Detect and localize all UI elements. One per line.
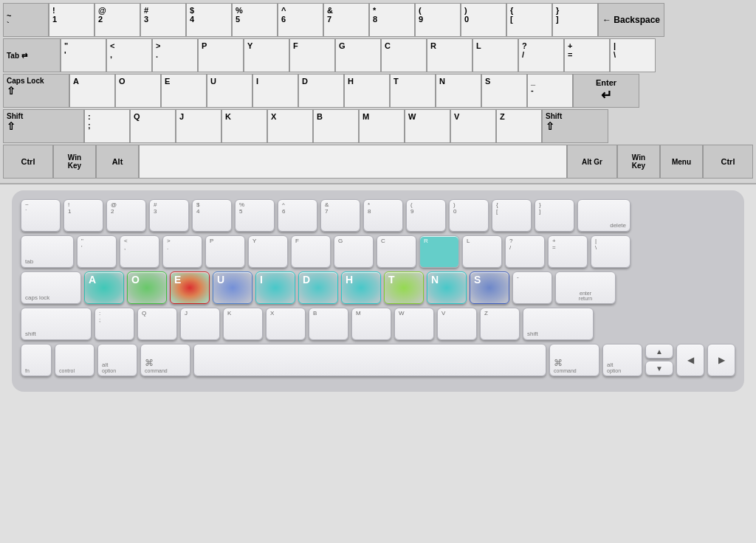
mac-key-lbracket[interactable]: {[ — [492, 199, 532, 232]
key-equals[interactable]: += — [564, 38, 610, 72]
key-semicolon[interactable]: :; — [84, 109, 130, 143]
key-9[interactable]: (9 — [415, 3, 461, 37]
mac-key-l[interactable]: L — [462, 235, 502, 268]
mac-key-rbracket[interactable]: }] — [535, 199, 574, 232]
key-tab[interactable]: Tab ⇄ — [3, 38, 61, 72]
key-space[interactable] — [139, 145, 567, 179]
mac-key-7[interactable]: &7 — [320, 199, 360, 232]
mac-key-option-left[interactable]: alt option — [97, 344, 137, 376]
mac-key-m[interactable]: M — [351, 308, 391, 340]
mac-key-0[interactable]: )0 — [449, 199, 489, 232]
key-lt[interactable]: <, — [106, 38, 152, 72]
mac-key-arrow-up[interactable]: ▲ — [645, 344, 673, 359]
mac-key-caps[interactable]: caps lock — [21, 272, 81, 304]
key-altgr[interactable]: Alt Gr — [567, 145, 617, 179]
mac-key-fn[interactable]: fn — [21, 344, 52, 376]
key-t[interactable]: T — [390, 74, 436, 108]
mac-key-1[interactable]: !1 — [63, 199, 103, 232]
key-menu[interactable]: Menu — [660, 145, 703, 179]
mac-key-r[interactable]: R — [419, 235, 459, 268]
key-capslock[interactable]: Caps Lock ⇧ — [3, 74, 69, 108]
key-h[interactable]: H — [344, 74, 390, 108]
key-3[interactable]: #3 — [140, 3, 186, 37]
mac-key-o[interactable]: O — [127, 272, 167, 304]
mac-key-w[interactable]: W — [394, 308, 434, 340]
mac-key-3[interactable]: #3 — [149, 199, 189, 232]
mac-key-y[interactable]: Y — [248, 235, 288, 268]
mac-key-command-left[interactable]: ⌘ command — [140, 344, 190, 376]
mac-key-shift-right[interactable]: shift — [523, 308, 594, 340]
mac-key-g[interactable]: G — [334, 235, 374, 268]
mac-key-shift-left[interactable]: shift — [21, 308, 92, 340]
mac-key-b[interactable]: B — [309, 308, 348, 340]
mac-key-period[interactable]: >. — [162, 235, 202, 268]
key-r[interactable]: R — [427, 38, 472, 72]
mac-key-tilde[interactable]: ~` — [21, 199, 61, 232]
mac-key-pipe[interactable]: |\ — [591, 235, 630, 268]
key-b[interactable]: B — [313, 109, 359, 143]
key-ctrl-right[interactable]: Ctrl — [703, 145, 753, 179]
key-quote[interactable]: "' — [61, 38, 106, 72]
key-a[interactable]: A — [69, 74, 115, 108]
key-x[interactable]: X — [267, 109, 313, 143]
mac-key-quote[interactable]: "' — [77, 235, 117, 268]
mac-key-arrow-right[interactable]: ▶ — [707, 344, 735, 376]
mac-key-dash[interactable]: - — [512, 272, 552, 304]
key-z[interactable]: Z — [496, 109, 542, 143]
mac-key-k[interactable]: K — [223, 308, 263, 340]
key-win-left[interactable]: WinKey — [53, 145, 96, 179]
mac-key-n[interactable]: N — [427, 272, 467, 304]
mac-key-p[interactable]: P — [205, 235, 245, 268]
key-l[interactable]: L — [472, 38, 518, 72]
mac-key-equals[interactable]: += — [548, 235, 588, 268]
mac-key-control[interactable]: control — [55, 344, 94, 376]
mac-key-delete[interactable]: delete — [577, 199, 630, 232]
mac-key-4[interactable]: $4 — [192, 199, 232, 232]
key-y[interactable]: Y — [244, 38, 289, 72]
mac-key-i[interactable]: I — [255, 272, 295, 304]
key-ctrl-left[interactable]: Ctrl — [3, 145, 53, 179]
key-m[interactable]: M — [359, 109, 405, 143]
mac-key-e[interactable]: E — [170, 272, 210, 304]
mac-key-u[interactable]: U — [213, 272, 252, 304]
key-4[interactable]: $4 — [186, 3, 232, 37]
key-k[interactable]: K — [221, 109, 267, 143]
key-q[interactable]: Q — [130, 109, 176, 143]
key-5[interactable]: %5 — [232, 3, 278, 37]
key-gt[interactable]: >. — [152, 38, 198, 72]
key-slash[interactable]: ?/ — [518, 38, 564, 72]
key-u[interactable]: U — [207, 74, 252, 108]
mac-key-2[interactable]: @2 — [106, 199, 146, 232]
mac-key-option-right[interactable]: alt option — [602, 344, 642, 376]
mac-key-h[interactable]: H — [341, 272, 381, 304]
key-tilde[interactable]: ~` — [3, 3, 49, 37]
key-c[interactable]: C — [381, 38, 427, 72]
key-backspace[interactable]: ← Backspace — [598, 3, 664, 37]
mac-key-arrow-down[interactable]: ▼ — [645, 361, 673, 376]
key-alt-left[interactable]: Alt — [96, 145, 139, 179]
key-d[interactable]: D — [298, 74, 344, 108]
key-g[interactable]: G — [335, 38, 381, 72]
mac-key-9[interactable]: (9 — [406, 199, 446, 232]
mac-key-q[interactable]: Q — [137, 308, 177, 340]
mac-key-slash[interactable]: ?/ — [505, 235, 545, 268]
mac-key-c[interactable]: C — [377, 235, 416, 268]
key-w[interactable]: W — [405, 109, 450, 143]
mac-key-6[interactable]: ^6 — [278, 199, 317, 232]
key-0[interactable]: )0 — [461, 3, 506, 37]
key-i[interactable]: I — [252, 74, 298, 108]
key-rbracket[interactable]: }] — [552, 3, 598, 37]
mac-key-5[interactable]: %5 — [235, 199, 275, 232]
mac-key-d[interactable]: D — [298, 272, 338, 304]
key-dash[interactable]: _- — [527, 74, 573, 108]
key-2[interactable]: @2 — [94, 3, 140, 37]
mac-key-tab[interactable]: tab — [21, 235, 74, 268]
key-shift-left[interactable]: Shift ⇧ — [3, 109, 84, 143]
mac-key-v[interactable]: V — [437, 308, 477, 340]
mac-key-8[interactable]: *8 — [363, 199, 403, 232]
mac-key-semicolon[interactable]: :; — [94, 308, 134, 340]
key-shift-right[interactable]: Shift ⇧ — [542, 109, 608, 143]
key-n[interactable]: N — [436, 74, 481, 108]
key-e[interactable]: E — [161, 74, 207, 108]
mac-key-j[interactable]: J — [180, 308, 220, 340]
